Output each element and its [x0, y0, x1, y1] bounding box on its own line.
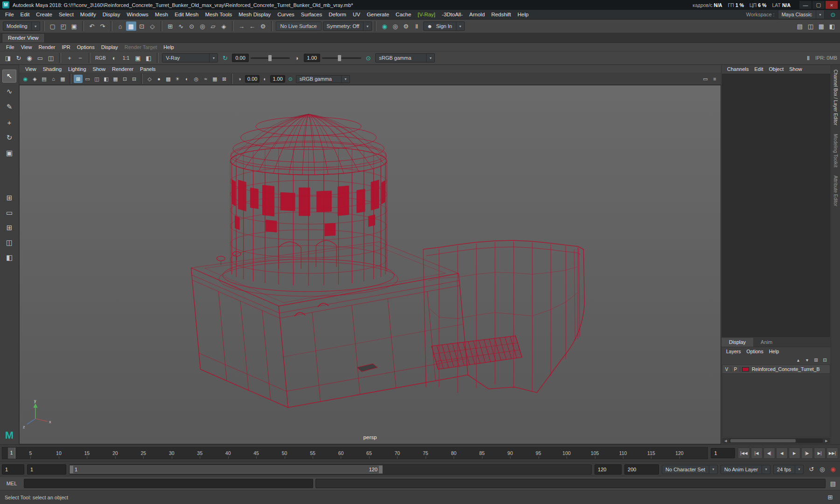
select-object-icon[interactable]: ▦ [126, 21, 136, 31]
menu-display[interactable]: Display [99, 11, 124, 18]
range-end-handle[interactable] [379, 466, 382, 473]
tab-attribute-editor[interactable]: Attribute Editor [833, 175, 838, 206]
exposure-icon[interactable]: ◑ [235, 75, 244, 83]
render-scene-icon[interactable]: ◨ [3, 53, 13, 63]
frame-region-icon[interactable]: ◧ [143, 53, 154, 63]
two-pane-icon[interactable]: ◫ [805, 21, 816, 31]
output-connections-icon[interactable]: ← [247, 21, 258, 31]
menu-help[interactable]: Help [514, 11, 532, 18]
menu-windows[interactable]: Windows [123, 11, 152, 18]
film-gate-icon[interactable]: ▭ [83, 75, 92, 83]
maximize-button[interactable]: ▢ [812, 1, 825, 9]
symmetry-select[interactable]: Symmetry: Off ▼ [323, 21, 372, 31]
layer-move-down-icon[interactable]: ▾ [803, 356, 811, 364]
snap-point-icon[interactable]: ⊙ [187, 21, 197, 31]
step-back-frame-button[interactable]: |◀ [751, 448, 763, 459]
playback-end-field[interactable]: 120 [595, 464, 622, 475]
layers-menu-help[interactable]: Help [766, 349, 782, 354]
ipr-render-icon[interactable]: ◉ [24, 53, 35, 63]
scrollbar-track[interactable] [729, 439, 823, 443]
layers-menu-layers[interactable]: Layers [723, 349, 744, 354]
field-chart-icon[interactable]: ▦ [111, 75, 120, 83]
textured-icon[interactable]: ▩ [164, 75, 173, 83]
lasso-tool[interactable]: ∿ [2, 85, 16, 98]
step-back-key-button[interactable]: ◀| [763, 448, 775, 459]
auto-keyframe-icon[interactable]: ◉ [828, 465, 838, 474]
four-pane-icon[interactable]: ▦ [816, 21, 826, 31]
real-size-button[interactable]: 1:1 [121, 55, 131, 61]
menu-edit-mesh[interactable]: Edit Mesh [171, 11, 202, 18]
renderview-menu-help[interactable]: Help [160, 44, 177, 50]
menu-edit[interactable]: Edit [17, 11, 33, 18]
grid-layout-icon[interactable]: ⊞ [2, 191, 16, 204]
redo-previous-render-icon[interactable]: ↻ [14, 53, 24, 63]
new-scene-icon[interactable]: ▢ [48, 21, 58, 31]
alpha-channel-icon[interactable]: ◐ [109, 53, 119, 63]
menu-mesh[interactable]: Mesh [152, 11, 171, 18]
construction-history-icon[interactable]: ⚙ [258, 21, 268, 31]
select-component-icon[interactable]: ⊡ [137, 21, 147, 31]
playback-options-icon[interactable]: ↺ [806, 465, 817, 474]
anim-layer-select[interactable]: No Anim Layer ▼ [721, 465, 770, 474]
image-plane-icon[interactable]: ▦ [58, 75, 67, 83]
rgb-channels-button[interactable]: RGB [94, 55, 107, 61]
fps-select[interactable]: 24 fps ▼ [773, 465, 804, 474]
minimize-button[interactable]: — [799, 1, 812, 9]
current-time-marker[interactable]: 1 [8, 448, 15, 459]
command-language-button[interactable]: MEL [2, 481, 21, 486]
tab-modeling-toolkit[interactable]: Modeling Toolkit [833, 134, 838, 168]
layer-visibility-toggle[interactable]: V [722, 367, 731, 372]
panel-menu-panels[interactable]: Panels [137, 66, 159, 72]
render-view-tab[interactable]: Render View [2, 33, 45, 42]
step-forward-frame-button[interactable]: ▶| [814, 448, 826, 459]
snap-view-plane-icon[interactable]: ▱ [208, 21, 218, 31]
viewport-gamma-field[interactable]: 1.00 [270, 75, 285, 83]
new-empty-layer-icon[interactable]: ⊞ [812, 356, 820, 364]
shadows-icon[interactable]: ◐ [182, 75, 191, 83]
single-pane-icon[interactable]: ▤ [795, 21, 805, 31]
menu-3dtoall[interactable]: -3DtoAll- [439, 11, 466, 18]
scale-tool[interactable]: ▣ [2, 147, 16, 160]
time-ruler[interactable]: 5101520253035404550556065707580859095100… [2, 447, 708, 459]
real-size-icon[interactable]: ▣ [133, 53, 143, 63]
live-surface-indicator[interactable]: No Live Surface [276, 21, 322, 31]
layer-color-swatch[interactable] [742, 367, 749, 371]
panel-menu-lighting[interactable]: Lighting [65, 66, 90, 72]
tab-anim[interactable]: Anim [753, 338, 780, 347]
smooth-shade-icon[interactable]: ● [154, 75, 163, 83]
multisample-icon[interactable]: ▦ [210, 75, 219, 83]
character-set-select[interactable]: No Character Set ▼ [662, 465, 718, 474]
outliner-pane-icon[interactable]: ◧ [827, 21, 837, 31]
menu-arnold[interactable]: Arnold [466, 11, 488, 18]
scroll-right-icon[interactable]: ▶ [824, 439, 829, 443]
renderview-menu-options[interactable]: Options [74, 44, 98, 50]
panel-menu-icon[interactable]: ≡ [710, 75, 719, 83]
reset-exposure-icon[interactable]: ↻ [220, 53, 230, 63]
render-frame-icon[interactable]: ◉ [379, 21, 390, 31]
menu-mesh-tools[interactable]: Mesh Tools [202, 11, 235, 18]
single-pane-layout-icon[interactable]: ▭ [2, 206, 16, 219]
panel-menu-renderer[interactable]: Renderer [109, 66, 137, 72]
close-button[interactable]: × [826, 1, 838, 9]
menu-create[interactable]: Create [33, 11, 56, 18]
remove-image-icon[interactable]: − [75, 53, 85, 63]
pause-icon[interactable]: Ⅱ [412, 21, 422, 31]
snapshot-icon[interactable]: ◫ [46, 53, 56, 63]
bookmarks-icon[interactable]: ⌂ [49, 75, 58, 83]
menu-surfaces[interactable]: Surfaces [298, 11, 325, 18]
ssao-icon[interactable]: ◎ [192, 75, 201, 83]
channelbox-menu-channels[interactable]: Channels [724, 66, 751, 72]
menu-generate[interactable]: Generate [364, 11, 392, 18]
menu-cache[interactable]: Cache [392, 11, 414, 18]
script-editor-icon[interactable]: ▤ [828, 479, 838, 488]
snap-curve-icon[interactable]: ∿ [176, 21, 186, 31]
safe-title-icon[interactable]: ⊟ [130, 75, 139, 83]
select-tool[interactable]: ↖ [2, 70, 16, 83]
channelbox-menu-edit[interactable]: Edit [751, 66, 766, 72]
ipr-render-icon[interactable]: ◎ [390, 21, 400, 31]
workspace-icon[interactable]: ⊙ [828, 10, 838, 19]
range-active[interactable]: 1 120 [70, 465, 383, 474]
scrollbar-thumb[interactable] [730, 439, 796, 442]
menu-v-ray[interactable]: [V-Ray] [414, 11, 439, 18]
colorspace-select[interactable]: sRGB gamma ▼ [375, 53, 435, 63]
